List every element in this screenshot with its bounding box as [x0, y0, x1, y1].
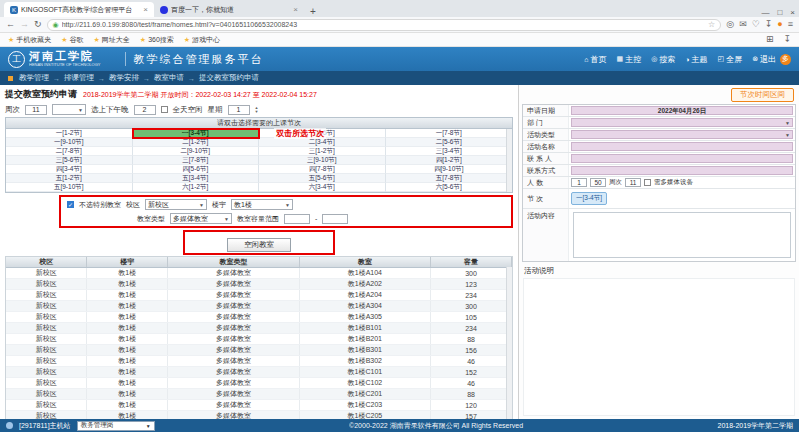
- bookmark-item[interactable]: ★360搜索: [140, 35, 174, 45]
- multimedia-checkbox[interactable]: [644, 179, 651, 186]
- url-input[interactable]: ◉ http://211.69.0.199:8080/test/frame/ho…: [47, 19, 722, 31]
- rooms-row[interactable]: 新校区教1楼多媒体教室教1楼C101152: [6, 367, 512, 378]
- nav-item-console[interactable]: ▦主控: [617, 54, 642, 65]
- rooms-row[interactable]: 新校区教1楼多媒体教室教1楼A104300: [6, 268, 512, 279]
- rooms-row[interactable]: 新校区教1楼多媒体教室教1楼A204234: [6, 290, 512, 301]
- rooms-row[interactable]: 新校区教1楼多媒体教室教1楼C10246: [6, 378, 512, 389]
- profile-icon[interactable]: ●: [777, 20, 782, 29]
- weekday-select[interactable]: ▼: [52, 104, 86, 115]
- bookmark-item[interactable]: ★游戏中心: [184, 35, 220, 45]
- rooms-row[interactable]: 新校区教1楼多媒体教室教1楼A305105: [6, 312, 512, 323]
- department-label: 部 门: [523, 117, 569, 128]
- activity-type-select[interactable]: ▼: [571, 130, 793, 139]
- menu-icon[interactable]: ≡: [788, 20, 793, 29]
- allday-checkbox[interactable]: [161, 106, 168, 113]
- bookmark-item[interactable]: ★网址大全: [94, 35, 130, 45]
- bookmark-label: 手机收藏夹: [16, 35, 51, 45]
- rooms-cell: 教1楼B101: [299, 323, 430, 334]
- rooms-scrollbar[interactable]: [506, 267, 512, 419]
- rooms-row[interactable]: 新校区教1楼多媒体教室教1楼B30246: [6, 356, 512, 367]
- people-max-input[interactable]: 50: [590, 178, 606, 187]
- breadcrumb-item[interactable]: 提交教室预约申请: [199, 73, 259, 83]
- step-down-icon[interactable]: ▼: [255, 110, 259, 114]
- weekday-label: 星期: [208, 105, 223, 115]
- chevron-down-icon: ▼: [146, 423, 151, 429]
- role-select[interactable]: 教务管理岗 ▼: [77, 421, 155, 431]
- weekday-stepper[interactable]: ▲▼: [255, 106, 259, 114]
- extensions-icon[interactable]: ⊞: [766, 35, 774, 44]
- period-cell[interactable]: 五[9-10节]: [6, 183, 133, 192]
- minimize-icon[interactable]: —: [761, 8, 769, 17]
- activity-name-input[interactable]: [571, 142, 793, 151]
- week-input[interactable]: 11: [25, 105, 47, 115]
- phone-input[interactable]: [571, 166, 793, 175]
- weekday-input[interactable]: 1: [228, 105, 250, 115]
- back-icon[interactable]: ←: [6, 20, 15, 29]
- forward-icon[interactable]: →: [20, 20, 29, 29]
- bookmark-item[interactable]: ★手机收藏夹: [8, 35, 51, 45]
- session-input[interactable]: 2: [134, 105, 156, 115]
- favorites-icon[interactable]: ♡: [752, 20, 760, 29]
- capacity-max-input[interactable]: [322, 214, 348, 224]
- period-cell[interactable]: 六[1-2节]: [133, 183, 260, 192]
- contact-input[interactable]: [571, 154, 793, 163]
- department-select[interactable]: ▼: [571, 118, 793, 127]
- nav-item-theme[interactable]: ◑主题: [685, 54, 707, 65]
- close-window-icon[interactable]: ×: [790, 8, 795, 17]
- rooms-row[interactable]: 新校区教1楼多媒体教室教1楼B20188: [6, 334, 512, 345]
- no-special-room-checkbox[interactable]: [67, 201, 74, 208]
- browser-tab-baidu[interactable]: 百度一下，你就知道 ×: [154, 2, 304, 17]
- rooms-row[interactable]: 新校区教1楼多媒体教室教1楼C205157: [6, 411, 512, 420]
- free-rooms-button[interactable]: 空闲教室: [227, 238, 291, 252]
- rooms-cell: 教1楼: [87, 312, 168, 323]
- period-cell[interactable]: 六[5-6节]: [386, 183, 513, 192]
- people-min-input[interactable]: 1: [571, 178, 587, 187]
- refresh-icon[interactable]: ↻: [34, 20, 42, 29]
- rooms-cell: 多媒体教室: [168, 334, 299, 345]
- rooms-row[interactable]: 新校区教1楼多媒体教室教1楼C203120: [6, 400, 512, 411]
- rooms-row[interactable]: 新校区教1楼多媒体教室教1楼B101234: [6, 323, 512, 334]
- downloads-icon[interactable]: ↧: [783, 35, 791, 44]
- maximize-icon[interactable]: □: [777, 8, 782, 17]
- new-tab-icon[interactable]: +: [310, 6, 316, 17]
- period-grid-scrollbar[interactable]: [506, 129, 512, 192]
- campus-select[interactable]: 新校区 ▼: [145, 199, 207, 210]
- breadcrumb-separator-icon: →: [188, 75, 195, 82]
- room-type-select[interactable]: 多媒体教室 ▼: [170, 213, 232, 224]
- building-select[interactable]: 教1楼 ▼: [231, 199, 293, 210]
- rooms-cell: 新校区: [6, 400, 87, 411]
- rooms-row[interactable]: 新校区教1楼多媒体教室教1楼B301156: [6, 345, 512, 356]
- breadcrumb-item[interactable]: 教学管理: [19, 73, 49, 83]
- title-row: 提交教室预约申请 2018-2019学年第二学期 开放时间：2022-02-03…: [3, 86, 515, 102]
- bookmark-star-icon[interactable]: ☆: [708, 20, 715, 29]
- breadcrumb-item[interactable]: 排课管理: [64, 73, 94, 83]
- breadcrumb-item[interactable]: 教学安排: [109, 73, 139, 83]
- bookmark-item[interactable]: ★谷歌: [61, 35, 83, 45]
- activity-content-textarea[interactable]: [573, 212, 791, 258]
- period-time-range-button[interactable]: 节次时间区间: [731, 88, 794, 102]
- nav-item-logout[interactable]: ⊗退出: [752, 54, 776, 65]
- rooms-row[interactable]: 新校区教1楼多媒体教室教1楼A202123: [6, 279, 512, 290]
- search-icon[interactable]: ◎: [726, 20, 734, 29]
- period-cell[interactable]: 一[3-4节]: [133, 129, 260, 138]
- side-week-input[interactable]: 11: [625, 178, 641, 187]
- period-cell[interactable]: 六[3-4节]: [259, 183, 386, 192]
- rooms-row[interactable]: 新校区教1楼多媒体教室教1楼C20188: [6, 389, 512, 400]
- rooms-cell: 新校区: [6, 378, 87, 389]
- nav-item-home[interactable]: ⌂首页: [584, 54, 606, 65]
- rooms-cell: 多媒体教室: [168, 345, 299, 356]
- download-icon[interactable]: ↧: [765, 20, 773, 29]
- nav-item-search[interactable]: ◎搜索: [651, 54, 675, 65]
- rooms-row[interactable]: 新校区教1楼多媒体教室教1楼A304300: [6, 301, 512, 312]
- close-tab-icon[interactable]: ×: [143, 5, 148, 14]
- url-text: http://211.69.0.199:8080/test/frame/home…: [62, 21, 705, 28]
- period-label: 节 次: [523, 189, 569, 208]
- multi-role-badge[interactable]: 多: [780, 54, 791, 65]
- mail-icon[interactable]: ✉: [739, 20, 747, 29]
- browser-tab-kingosoft[interactable]: KINGOSOFT高校教学综合管理平台 ×: [4, 2, 154, 17]
- breadcrumb-item[interactable]: 教室申请: [154, 73, 184, 83]
- close-tab-icon[interactable]: ×: [293, 5, 298, 14]
- capacity-min-input[interactable]: [284, 214, 310, 224]
- selected-period-tag[interactable]: 一[3-4节]: [571, 192, 607, 205]
- nav-item-fullscreen[interactable]: ◰全屏: [718, 54, 743, 65]
